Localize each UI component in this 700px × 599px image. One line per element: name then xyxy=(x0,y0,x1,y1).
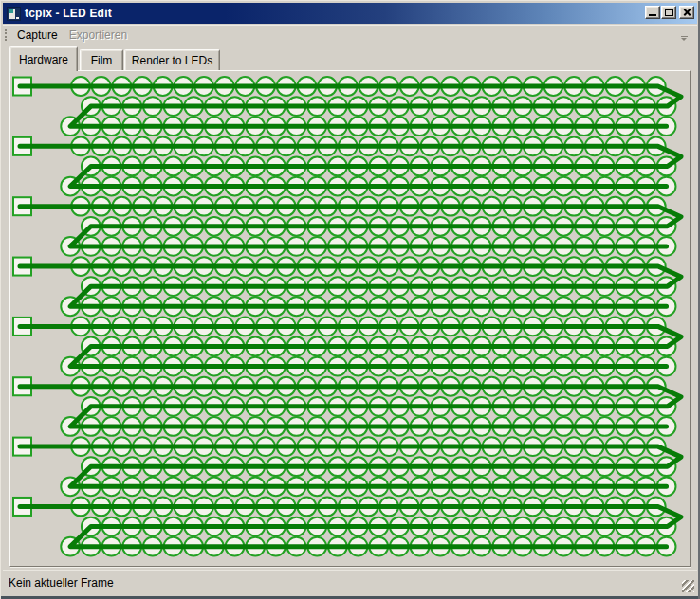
tab-hardware[interactable]: Hardware xyxy=(9,46,78,71)
close-button[interactable] xyxy=(679,6,694,19)
led-strands xyxy=(13,77,676,555)
statusbar: Kein aktueller Frame xyxy=(3,570,697,594)
window-controls xyxy=(645,6,694,19)
overflow-bar-icon xyxy=(681,36,688,37)
toolbar-overflow-button[interactable] xyxy=(676,27,691,44)
menubar: Capture Exportieren xyxy=(3,25,697,45)
resize-grip[interactable] xyxy=(682,580,694,592)
tab-film[interactable]: Film xyxy=(80,49,123,70)
menu-item-exportieren: Exportieren xyxy=(64,27,133,44)
titlebar: tcpix - LED Edit xyxy=(3,3,697,24)
maximize-button[interactable] xyxy=(661,6,676,19)
minimize-button[interactable] xyxy=(645,6,660,19)
minimize-icon xyxy=(649,14,656,16)
app-window: tcpix - LED Edit Capture Exportieren Har… xyxy=(0,0,700,599)
menu-item-capture[interactable]: Capture xyxy=(11,27,64,44)
app-icon xyxy=(7,7,21,21)
tabstrip: Hardware Film Render to LEDs xyxy=(0,46,700,71)
window-title: tcpix - LED Edit xyxy=(25,7,645,20)
chevron-down-icon xyxy=(681,38,687,41)
close-icon xyxy=(683,9,691,16)
status-message: Kein aktueller Frame xyxy=(3,576,114,590)
toolbar-grip-icon[interactable] xyxy=(5,29,8,41)
tab-render-to-leds[interactable]: Render to LEDs xyxy=(124,49,220,70)
led-diagram xyxy=(10,71,690,566)
content-panel xyxy=(9,70,691,567)
maximize-icon xyxy=(665,9,673,16)
